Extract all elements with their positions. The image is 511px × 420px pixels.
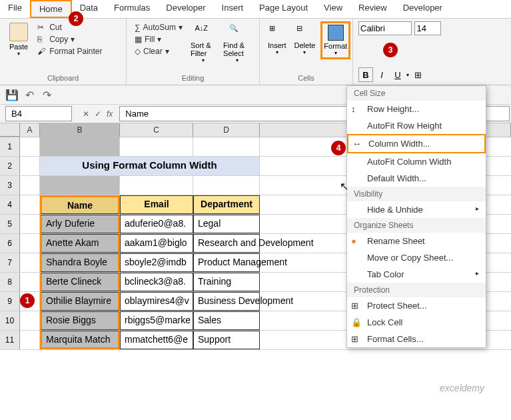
sort-filter-button[interactable]: A↓Z Sort & Filter▾ bbox=[188, 21, 218, 66]
shield-icon: ⊞ bbox=[351, 301, 362, 311]
row-header[interactable]: 8 bbox=[0, 273, 20, 291]
clipboard-label: Clipboard bbox=[5, 74, 121, 82]
table-cell[interactable]: Berte Clineck bbox=[40, 273, 120, 291]
menu-section-protection: Protection bbox=[347, 283, 486, 297]
menu-lock-cell[interactable]: 🔒Lock Cell bbox=[347, 314, 486, 331]
tab-formulas[interactable]: Formulas bbox=[106, 0, 158, 18]
dot-icon: ● bbox=[351, 236, 362, 247]
menu-move-copy[interactable]: Move or Copy Sheet... bbox=[347, 249, 486, 266]
menu-hide-unhide[interactable]: Hide & Unhide▸ bbox=[347, 201, 486, 218]
name-box[interactable] bbox=[5, 106, 72, 121]
row-header[interactable]: 7 bbox=[0, 253, 20, 272]
menu-default-width[interactable]: Default Width... bbox=[347, 170, 486, 187]
tab-view[interactable]: View bbox=[316, 0, 350, 18]
table-cell[interactable]: oblaymires4@v bbox=[120, 292, 193, 311]
menu-tab-color[interactable]: Tab Color▸ bbox=[347, 266, 486, 283]
col-header-a[interactable]: A bbox=[20, 123, 40, 137]
format-painter-button[interactable]: 🖌Format Painter bbox=[35, 45, 105, 57]
table-cell[interactable]: Product Management bbox=[193, 253, 260, 272]
tab-developer[interactable]: Developer bbox=[158, 0, 213, 18]
save-button[interactable]: 💾 bbox=[5, 88, 19, 101]
watermark: exceldemy bbox=[440, 383, 484, 393]
delete-icon: ⊟ bbox=[296, 24, 312, 40]
insert-cells-button[interactable]: ⊞Insert▾ bbox=[265, 21, 289, 59]
tab-home[interactable]: Home bbox=[30, 0, 72, 18]
table-header[interactable]: Email bbox=[120, 195, 193, 214]
title-cell[interactable]: Using Format Column Width bbox=[40, 157, 260, 175]
font-size-select[interactable] bbox=[414, 21, 441, 35]
menu-autofit-row[interactable]: AutoFit Row Height bbox=[347, 117, 486, 134]
table-cell[interactable]: bclineck3@a8. bbox=[120, 273, 193, 291]
table-header[interactable]: Name bbox=[40, 195, 120, 214]
copy-icon: ⎘ bbox=[37, 35, 47, 44]
table-cell[interactable]: mmatchett6@e bbox=[120, 331, 193, 349]
clear-button[interactable]: ◇ Clear ▾ bbox=[132, 45, 185, 57]
bold-button[interactable]: B bbox=[358, 67, 373, 82]
tab-page-layout[interactable]: Page Layout bbox=[251, 0, 316, 18]
delete-cells-button[interactable]: ⊟Delete▾ bbox=[292, 21, 318, 59]
find-icon: 🔍 bbox=[229, 24, 245, 40]
menu-format-cells[interactable]: ⊞Format Cells... bbox=[347, 331, 486, 347]
table-cell[interactable]: Support bbox=[193, 331, 260, 349]
row-header[interactable]: 3 bbox=[0, 176, 20, 195]
autosum-button[interactable]: ∑ AutoSum ▾ bbox=[132, 21, 185, 33]
col-header-b[interactable]: B bbox=[40, 123, 120, 137]
row-header[interactable]: 10 bbox=[0, 311, 20, 330]
tab-file[interactable]: File bbox=[0, 0, 30, 18]
callout-badge-4: 4 bbox=[331, 141, 346, 155]
menu-rename-sheet[interactable]: ●Rename Sheet bbox=[347, 233, 486, 249]
table-header[interactable]: Department bbox=[193, 195, 260, 214]
table-cell[interactable]: Business Development bbox=[193, 292, 260, 311]
row-header[interactable]: 5 bbox=[0, 215, 20, 233]
table-cell[interactable]: aduferie0@a8. bbox=[120, 215, 193, 233]
paste-button[interactable]: Paste ▾ bbox=[5, 21, 32, 58]
table-cell[interactable]: Shandra Boyle bbox=[40, 253, 120, 272]
fill-button[interactable]: ▦ Fill ▾ bbox=[132, 33, 185, 45]
table-cell[interactable]: Marquita Match bbox=[40, 331, 120, 349]
table-cell[interactable]: Training bbox=[193, 273, 260, 291]
menu-column-width[interactable]: ↔Column Width... bbox=[347, 134, 486, 153]
tab-review[interactable]: Review bbox=[350, 0, 395, 18]
italic-button[interactable]: I bbox=[374, 67, 389, 82]
table-cell[interactable]: Research and Development bbox=[193, 234, 260, 253]
table-cell[interactable]: Arly Duferie bbox=[40, 215, 120, 233]
row-header[interactable]: 2 bbox=[0, 157, 20, 175]
font-name-select[interactable] bbox=[358, 21, 412, 35]
format-cells-button[interactable]: Format▾ bbox=[320, 21, 350, 59]
menu-autofit-col[interactable]: AutoFit Column Width bbox=[347, 153, 486, 170]
find-select-button[interactable]: 🔍 Find & Select▾ bbox=[221, 21, 254, 66]
row-header[interactable]: 4 bbox=[0, 195, 20, 214]
menu-section-cellsize: Cell Size bbox=[347, 86, 486, 101]
table-cell[interactable]: Anette Akam bbox=[40, 234, 120, 253]
table-cell[interactable]: Legal bbox=[193, 215, 260, 233]
menu-row-height[interactable]: ↕Row Height... bbox=[347, 101, 486, 117]
row-header[interactable]: 6 bbox=[0, 234, 20, 253]
callout-badge-1: 1 bbox=[20, 293, 35, 308]
tab-developer-2[interactable]: Developer bbox=[395, 0, 450, 18]
row-header[interactable]: 11 bbox=[0, 331, 20, 349]
enter-fx[interactable]: ✓ bbox=[95, 109, 101, 119]
paste-icon bbox=[9, 23, 28, 41]
table-cell[interactable]: Rosie Biggs bbox=[40, 311, 120, 330]
col-header-d[interactable]: D bbox=[193, 123, 260, 137]
border-button[interactable]: ⊞ bbox=[410, 67, 425, 82]
copy-button[interactable]: ⎘Copy ▾ bbox=[35, 33, 105, 45]
tab-insert[interactable]: Insert bbox=[214, 0, 252, 18]
table-cell[interactable]: aakam1@biglo bbox=[120, 234, 193, 253]
row-header[interactable]: 1 bbox=[0, 137, 20, 156]
fx-button[interactable]: fx bbox=[107, 109, 113, 119]
row-header[interactable]: 9 bbox=[0, 292, 20, 311]
col-header-c[interactable]: C bbox=[120, 123, 193, 137]
eraser-icon: ◇ bbox=[135, 47, 141, 56]
select-all-corner[interactable] bbox=[0, 123, 20, 137]
underline-button[interactable]: U bbox=[390, 67, 405, 82]
table-cell[interactable]: rbiggs5@marke bbox=[120, 311, 193, 330]
table-cell[interactable]: Othilie Blaymire bbox=[40, 292, 120, 311]
redo-button[interactable]: ↷ bbox=[40, 88, 53, 101]
row-height-icon: ↕ bbox=[351, 104, 362, 115]
cancel-fx[interactable]: ✕ bbox=[83, 109, 89, 119]
table-cell[interactable]: Sales bbox=[193, 311, 260, 330]
menu-protect-sheet[interactable]: ⊞Protect Sheet... bbox=[347, 297, 486, 314]
table-cell[interactable]: sboyle2@imdb bbox=[120, 253, 193, 272]
undo-button[interactable]: ↶ bbox=[23, 88, 36, 101]
